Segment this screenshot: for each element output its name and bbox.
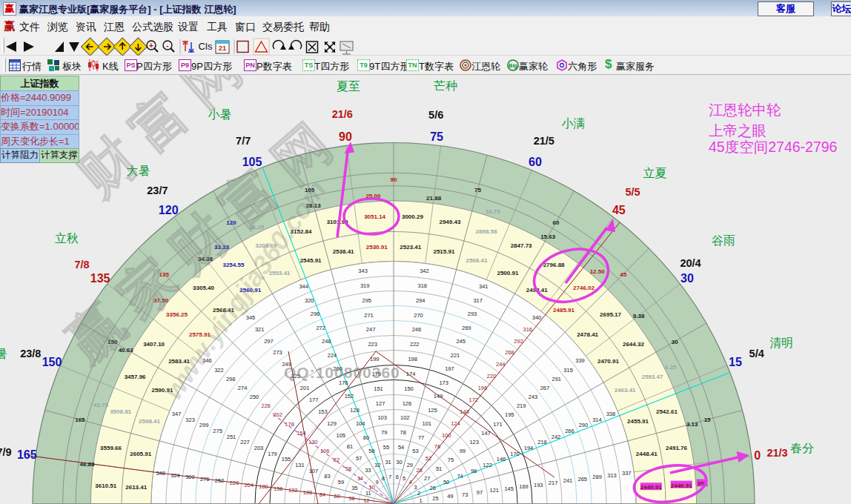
svg-text:227: 227 [240,439,250,445]
svg-text:3559.66: 3559.66 [100,445,122,451]
svg-text:265: 265 [578,476,588,483]
svg-text:大暑: 大暑 [126,165,150,177]
svg-text:149: 149 [434,393,443,399]
svg-text:小满: 小满 [562,117,586,130]
svg-text:156: 156 [274,485,283,492]
svg-text:59: 59 [338,479,344,485]
svg-text:3051.14: 3051.14 [364,213,385,220]
svg-text:339: 339 [575,357,585,364]
svg-text:处暑: 处暑 [0,348,7,360]
svg-text:49: 49 [447,493,453,500]
svg-text:123: 123 [469,439,479,445]
svg-text:298: 298 [226,376,236,382]
svg-text:266: 266 [565,428,574,434]
svg-text:2847.73: 2847.73 [511,242,532,249]
svg-text:291: 291 [552,376,562,382]
svg-text:130: 130 [308,439,318,445]
svg-text:105: 105 [242,156,262,168]
svg-text:2598.41: 2598.41 [139,418,160,425]
svg-text:180: 180 [259,483,268,490]
svg-text:2440.91: 2440.91 [671,483,692,489]
svg-text:297: 297 [264,338,274,345]
svg-text:3: 3 [414,484,417,491]
svg-text:21/3: 21/3 [766,447,787,459]
svg-text:58: 58 [345,465,351,472]
svg-text:195: 195 [505,411,514,418]
svg-text:51: 51 [436,465,442,472]
svg-text:2746.02: 2746.02 [573,285,595,291]
svg-text:221: 221 [451,352,460,359]
svg-text:219: 219 [517,402,526,409]
svg-text:272: 272 [316,325,325,331]
svg-text:300: 300 [185,474,195,480]
svg-text:2898.58: 2898.58 [476,228,497,235]
svg-text:谷雨: 谷雨 [712,234,735,247]
svg-text:2949.43: 2949.43 [439,219,460,225]
svg-text:2538.41: 2538.41 [333,248,354,255]
svg-text:172: 172 [469,397,479,403]
svg-text:55: 55 [383,444,389,451]
svg-text:21/5: 21/5 [534,135,554,147]
svg-text:103: 103 [377,414,387,421]
svg-text:150: 150 [42,356,62,368]
svg-text:171: 171 [493,421,503,428]
svg-text:36: 36 [348,495,354,502]
svg-text:5: 5 [403,475,405,482]
svg-text:2605.91: 2605.91 [130,451,151,457]
svg-text:小暑: 小暑 [208,108,231,121]
svg-text:132: 132 [288,487,298,494]
svg-text:3356.25: 3356.25 [166,311,188,318]
svg-text:15.63: 15.63 [540,233,556,240]
svg-text:9: 9 [375,479,378,485]
svg-text:102: 102 [400,414,410,421]
svg-text:197: 197 [445,365,454,372]
svg-text:25: 25 [432,495,438,502]
svg-text:7/7: 7/7 [236,135,251,147]
svg-text:220: 220 [487,373,497,379]
svg-text:3.13: 3.13 [686,421,698,428]
svg-text:98: 98 [471,468,477,474]
svg-text:245: 245 [456,338,466,345]
svg-text:173: 173 [439,379,448,386]
svg-text:6: 6 [396,474,399,480]
svg-text:3610.51: 3610.51 [95,483,116,489]
svg-text:12: 12 [363,497,369,504]
svg-text:152: 152 [345,393,354,399]
svg-text:2485.91: 2485.91 [553,307,574,314]
svg-text:146: 146 [497,456,506,462]
svg-text:224: 224 [328,352,337,359]
svg-text:77: 77 [418,434,424,441]
svg-text:26: 26 [430,485,436,491]
svg-text:2448.41: 2448.41 [636,451,658,457]
svg-text:30: 30 [396,459,402,465]
svg-text:267: 267 [540,385,550,391]
svg-text:90: 90 [391,176,397,183]
svg-text:Big: Big [509,63,517,69]
svg-text:81: 81 [347,443,353,450]
svg-text:0: 0 [754,449,761,462]
svg-text:314: 314 [592,417,602,423]
svg-text:317: 317 [473,297,483,304]
svg-text:21/6: 21/6 [332,108,353,120]
svg-text:201: 201 [300,385,310,391]
svg-text:178: 178 [285,421,294,428]
svg-text:121: 121 [490,487,500,494]
svg-text:126: 126 [403,400,412,407]
svg-text:Cls: Cls [199,41,213,52]
svg-text:江恩轮中轮: 江恩轮中轮 [709,102,781,118]
svg-text:53: 53 [412,448,418,454]
svg-text:2491.76: 2491.76 [666,445,687,451]
svg-text:244: 244 [496,361,506,368]
svg-text:273: 273 [273,349,282,356]
svg-text:250: 250 [250,394,259,400]
svg-text:2470.91: 2470.91 [597,358,619,365]
svg-text:108: 108 [303,489,313,496]
svg-text:100: 100 [442,432,451,439]
svg-text:3407.10: 3407.10 [143,341,165,348]
svg-text:204: 204 [244,482,254,488]
svg-text:316: 316 [523,326,533,333]
svg-text:223: 223 [368,341,377,348]
svg-text:348: 348 [156,470,165,477]
svg-text:春分: 春分 [790,442,814,454]
svg-text:222: 222 [410,341,420,348]
